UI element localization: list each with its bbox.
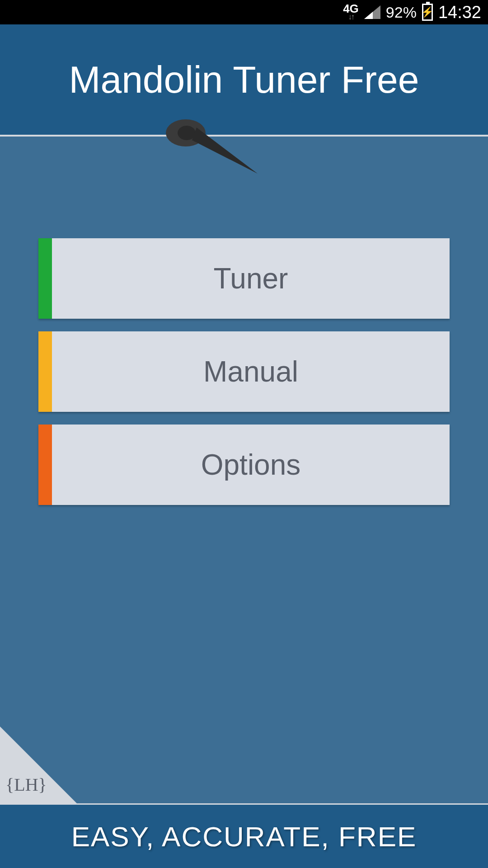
button-label: Options [52,448,450,481]
tuner-button[interactable]: Tuner [38,238,450,319]
accent-bar [38,425,52,505]
options-button[interactable]: Options [38,425,450,505]
bolt-icon: ⚡ [421,7,433,17]
footer-tagline: EASY, ACCURATE, FREE [71,821,417,853]
manual-button[interactable]: Manual [38,331,450,412]
button-label: Manual [52,355,450,388]
main-menu: Tuner Manual Options {LH} [0,137,488,805]
signal-icon [364,5,380,19]
network-indicator: 4G ↓↑ [343,4,359,20]
tuner-needle-icon [165,119,260,184]
data-arrows-icon: ↓↑ [348,14,354,20]
status-bar: 4G ↓↑ 92% ⚡ 14:32 [0,0,488,24]
battery-percent: 92% [386,4,417,21]
clock: 14:32 [438,3,481,22]
footer-banner: EASY, ACCURATE, FREE [0,805,488,868]
accent-bar [38,331,52,412]
app-title: Mandolin Tuner Free [69,58,419,102]
battery-charging-icon: ⚡ [422,4,433,21]
accent-bar [38,238,52,319]
button-label: Tuner [52,262,450,295]
developer-logo[interactable]: {LH} [5,774,47,795]
